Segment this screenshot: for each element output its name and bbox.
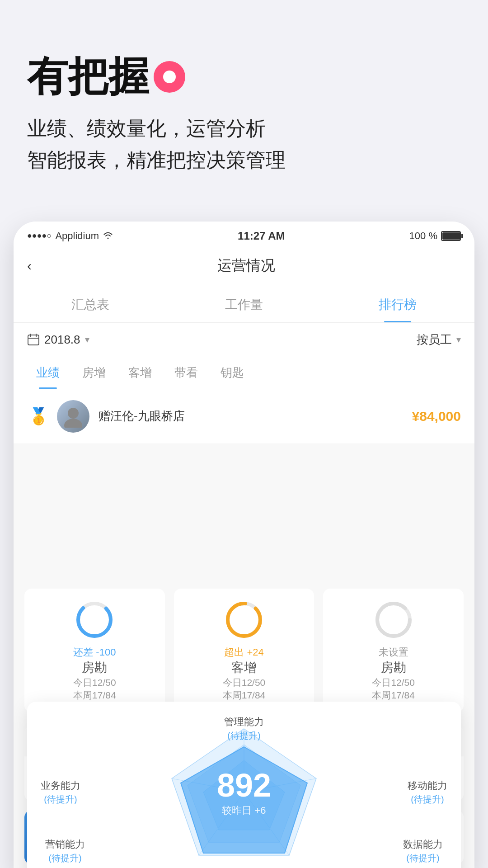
- nav-title: 运营情况: [32, 256, 461, 276]
- stat-card-3-today: 今日12/50: [332, 676, 455, 689]
- subtab-room[interactable]: 房增: [73, 357, 115, 389]
- avatar-1: [57, 400, 89, 433]
- svg-rect-0: [28, 335, 39, 345]
- radar-label-bottom-right: 数据能力 (待提升): [403, 838, 443, 864]
- rank-medal: 🥇: [27, 407, 50, 426]
- donut-chart-2: [224, 599, 264, 640]
- radar-sub: 较昨日 +6: [217, 804, 271, 817]
- radar-container: 892 较昨日 +6 管理能力 (待提升) 业务能力 (待提升) 移动能力 (待…: [41, 715, 447, 868]
- stat-card-1-week: 本周17/84: [33, 689, 156, 702]
- main-tabs: 汇总表 工作量 排行榜: [14, 285, 474, 323]
- ranking-item-1: 🥇 赠汪伦-九眼桥店 ¥84,000: [14, 389, 474, 444]
- hero-title-text: 有把握: [27, 54, 149, 99]
- chevron-down-icon: ▾: [85, 334, 89, 345]
- status-bar: ●●●●○ Applidium 11:27 AM 100 %: [14, 222, 474, 247]
- stat-card-3-type: 房勘: [332, 659, 455, 676]
- ranking-amount-1: ¥84,000: [412, 409, 461, 424]
- svg-point-20: [377, 604, 410, 636]
- hero-logo-dot: [154, 61, 185, 93]
- nav-bar: ‹ 运营情况: [14, 247, 474, 285]
- stat-card-1: 还差 -100 房勘 今日12/50 本周17/84: [24, 589, 165, 712]
- stat-card-3-diff: 未设置: [332, 646, 455, 659]
- radar-score-badge: 892 较昨日 +6: [217, 767, 271, 817]
- wifi-icon: [103, 230, 113, 241]
- stat-card-2: 超出 +24 客增 今日12/50 本周17/84: [174, 589, 314, 712]
- subtab-performance[interactable]: 业绩: [27, 357, 69, 389]
- donut-chart-3: [373, 599, 414, 640]
- phone-mockup: ●●●●○ Applidium 11:27 AM 100 %: [14, 222, 474, 868]
- carrier-label: Applidium: [55, 230, 99, 242]
- filter-type-label: 按员工: [417, 332, 452, 348]
- stat-card-1-diff: 还差 -100: [33, 646, 156, 659]
- stat-card-2-type: 客增: [183, 659, 305, 676]
- filter-date-label: 2018.8: [44, 333, 80, 347]
- stat-card-3-week: 本周17/84: [332, 689, 455, 702]
- subtitle-line2: 智能报表，精准把控决策管理: [27, 144, 461, 176]
- tab-summary[interactable]: 汇总表: [14, 285, 167, 322]
- filter-type[interactable]: 按员工 ▾: [417, 332, 461, 348]
- phone-screen: ●●●●○ Applidium 11:27 AM 100 %: [14, 222, 474, 868]
- donut-chart-1: [74, 599, 115, 640]
- tab-workload[interactable]: 工作量: [167, 285, 321, 322]
- stats-cards-row: 还差 -100 房勘 今日12/50 本周17/84 超出 +24 客增: [24, 589, 464, 712]
- battery-icon: [441, 231, 461, 241]
- subtab-client[interactable]: 客增: [119, 357, 161, 389]
- svg-point-5: [64, 419, 82, 428]
- ranking-name-1: 赠汪伦-九眼桥店: [99, 408, 412, 424]
- stat-card-1-type: 房勘: [33, 659, 156, 676]
- svg-point-18: [228, 604, 260, 636]
- radar-label-top: 管理能力 (待提升): [224, 715, 264, 742]
- hero-section: 有把握 业绩、绩效量化，运管分析 智能报表，精准把控决策管理: [0, 0, 488, 203]
- radar-label-right: 移动能力 (待提升): [408, 778, 447, 805]
- stat-card-2-diff: 超出 +24: [183, 646, 305, 659]
- sub-tabs: 业绩 房增 客增 带看 钥匙: [14, 357, 474, 389]
- radar-label-left: 业务能力 (待提升): [41, 778, 80, 805]
- tab-ranking[interactable]: 排行榜: [321, 285, 474, 322]
- battery-percent: 100 %: [409, 230, 437, 242]
- calendar-icon: [27, 333, 40, 346]
- stat-card-2-today: 今日12/50: [183, 676, 305, 689]
- stat-card-1-today: 今日12/50: [33, 676, 156, 689]
- chevron-down-icon-2: ▾: [456, 334, 461, 345]
- svg-point-16: [78, 604, 111, 636]
- status-left: ●●●●○ Applidium: [27, 230, 113, 242]
- filter-date[interactable]: 2018.8 ▾: [27, 333, 89, 347]
- status-time: 11:27 AM: [238, 230, 285, 242]
- subtitle-line1: 业绩、绩效量化，运管分析: [27, 113, 461, 144]
- stat-card-2-week: 本周17/84: [183, 689, 305, 702]
- hero-subtitle: 业绩、绩效量化，运管分析 智能报表，精准把控决策管理: [27, 113, 461, 176]
- filter-row: 2018.8 ▾ 按员工 ▾: [14, 323, 474, 357]
- radar-card: 892 较昨日 +6 管理能力 (待提升) 业务能力 (待提升) 移动能力 (待…: [27, 702, 461, 868]
- stat-card-3: 未设置 房勘 今日12/50 本周17/84: [323, 589, 464, 712]
- back-button[interactable]: ‹: [27, 258, 32, 274]
- hero-title-row: 有把握: [27, 54, 461, 99]
- battery-fill: [442, 232, 460, 240]
- avatar-img-1: [57, 400, 89, 433]
- status-right: 100 %: [409, 230, 461, 242]
- signal-dots: ●●●●○: [27, 231, 52, 241]
- svg-point-4: [68, 408, 79, 419]
- radar-label-bottom-left: 营销能力 (待提升): [45, 838, 85, 864]
- subtab-showhouse[interactable]: 带看: [165, 357, 207, 389]
- subtab-key[interactable]: 钥匙: [211, 357, 253, 389]
- radar-score: 892: [217, 767, 271, 804]
